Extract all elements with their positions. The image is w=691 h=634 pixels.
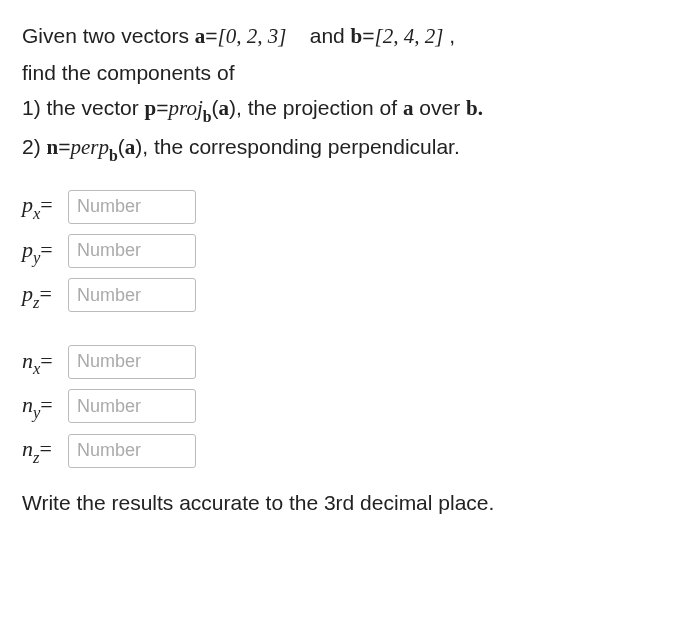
input-nz[interactable]: [68, 434, 196, 468]
proj-arg: a: [219, 96, 230, 120]
paren: (: [212, 96, 219, 119]
label-px: px=: [22, 186, 68, 226]
input-py[interactable]: [68, 234, 196, 268]
label-pz: pz=: [22, 275, 68, 315]
input-nx[interactable]: [68, 345, 196, 379]
input-px[interactable]: [68, 190, 196, 224]
input-pz[interactable]: [68, 278, 196, 312]
label-sub: z: [33, 293, 39, 312]
input-ny[interactable]: [68, 389, 196, 423]
row-nx: nx=: [22, 342, 669, 382]
label-var: n: [22, 436, 33, 461]
row-nz: nz=: [22, 430, 669, 470]
perp-sub: b: [109, 147, 118, 164]
problem-line-1: Given two vectors a=[0, 2, 3] and b=[2, …: [22, 18, 669, 55]
proj-sub: b: [203, 108, 212, 125]
label-nz: nz=: [22, 430, 68, 470]
label-sub: y: [33, 403, 40, 422]
input-fields: px= py= pz= nx= ny= nz=: [22, 186, 669, 471]
var-a: a: [403, 96, 414, 120]
label-eq: =: [40, 392, 52, 417]
label-sub: x: [33, 359, 40, 378]
label-ny: ny=: [22, 386, 68, 426]
var-a: a: [195, 24, 206, 48]
perp-label: perp: [70, 135, 109, 159]
var-b: b: [351, 24, 363, 48]
row-ny: ny=: [22, 386, 669, 426]
label-sub: z: [33, 448, 39, 467]
eq: =: [205, 24, 217, 47]
row-px: px=: [22, 186, 669, 226]
label-var: p: [22, 237, 33, 262]
label-eq: =: [40, 237, 52, 262]
text: , the projection of: [236, 96, 403, 119]
label-eq: =: [40, 348, 52, 373]
proj-label: proj: [169, 96, 203, 120]
perp-arg: a: [125, 135, 136, 159]
eq: =: [156, 96, 168, 119]
problem-item-1: 1) the vector p=projb(a), the projection…: [22, 90, 669, 129]
text: ,: [443, 24, 455, 47]
eq: =: [362, 24, 374, 47]
var-b: b.: [466, 96, 483, 120]
text: 1) the vector: [22, 96, 145, 119]
label-var: p: [22, 281, 33, 306]
vec-b: [2, 4, 2]: [375, 24, 444, 48]
label-py: py=: [22, 231, 68, 271]
label-eq: =: [40, 192, 52, 217]
label-eq: =: [39, 281, 51, 306]
problem-line-2: find the components of: [22, 55, 669, 91]
text: Given two vectors: [22, 24, 195, 47]
problem-statement: Given two vectors a=[0, 2, 3] and b=[2, …: [22, 18, 669, 168]
paren: ): [229, 96, 236, 119]
text: over: [413, 96, 466, 119]
label-var: p: [22, 192, 33, 217]
var-n: n: [47, 135, 59, 159]
text: , the corresponding perpendicular.: [142, 135, 460, 158]
label-var: n: [22, 392, 33, 417]
label-eq: =: [39, 436, 51, 461]
label-sub: y: [33, 248, 40, 267]
vec-a: [0, 2, 3]: [218, 24, 287, 48]
var-p: p: [145, 96, 157, 120]
text: and: [286, 24, 350, 47]
label-var: n: [22, 348, 33, 373]
text: 2): [22, 135, 47, 158]
footer-instruction: Write the results accurate to the 3rd de…: [22, 485, 669, 521]
problem-item-2: 2) n=perpb(a), the corresponding perpend…: [22, 129, 669, 168]
paren: (: [118, 135, 125, 158]
eq: =: [58, 135, 70, 158]
row-pz: pz=: [22, 275, 669, 315]
label-sub: x: [33, 204, 40, 223]
label-nx: nx=: [22, 342, 68, 382]
row-py: py=: [22, 231, 669, 271]
